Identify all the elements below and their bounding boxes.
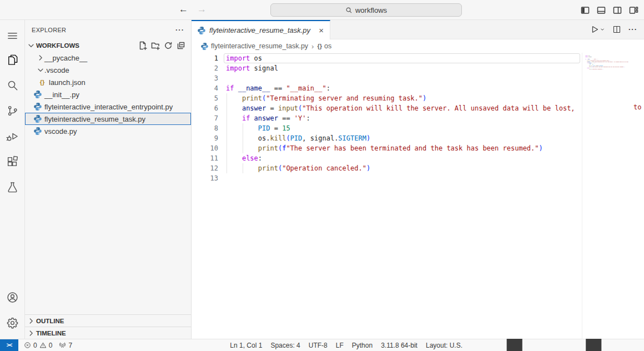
activity-account[interactable] (0, 284, 25, 310)
layout-customize-icon[interactable] (628, 5, 638, 15)
status-keyboard-layout[interactable]: Layout: U.S. (426, 342, 462, 349)
explorer-icon (6, 53, 19, 66)
split-editor-icon[interactable] (612, 25, 621, 34)
tree-item-label: __pycache__ (44, 54, 87, 62)
activity-extensions[interactable] (0, 149, 25, 174)
indent-guide (227, 93, 227, 173)
extensions-icon (6, 156, 19, 168)
chevron-right-icon (27, 329, 35, 337)
sidebar-title: EXPLORER (32, 27, 66, 33)
python-file-icon (33, 90, 42, 99)
tree-item-launch-json[interactable]: {}launch.json (25, 76, 191, 88)
json-braces-icon: {} (38, 78, 47, 87)
layout-panel-icon[interactable] (596, 5, 606, 15)
layout-sidebar-right-icon[interactable] (612, 5, 622, 15)
tree-item-vscode-py[interactable]: vscode.py (25, 125, 191, 137)
symbol-braces-icon: {} (317, 43, 322, 49)
error-icon (24, 342, 31, 349)
status-language-mode[interactable]: Python (352, 342, 373, 349)
chevron-down-icon (600, 27, 605, 32)
tree-item--init-py[interactable]: __init__.py (25, 88, 191, 101)
chevron-down-icon (27, 42, 35, 49)
chevron-right-icon (27, 317, 35, 325)
run-python-file-button[interactable] (590, 25, 605, 34)
line-number: 9 (192, 133, 226, 143)
activity-menu[interactable] (0, 24, 25, 47)
layout-sidebar-left-icon[interactable] (580, 5, 590, 15)
line-number: 4 (192, 83, 226, 93)
new-file-icon[interactable] (138, 41, 147, 50)
activity-search[interactable] (0, 72, 25, 98)
command-center-search[interactable]: workflows (270, 3, 462, 17)
sidebar-more-icon[interactable]: ··· (175, 26, 184, 34)
line-number: 3 (192, 73, 226, 83)
section-workflows-label: WORKFLOWS (36, 42, 79, 49)
testing-icon (6, 181, 19, 194)
tree-item-label: .vscode (44, 66, 69, 74)
breadcrumb-symbol[interactable]: os (324, 42, 331, 50)
search-icon (345, 7, 353, 14)
line-number: 8 (192, 123, 226, 133)
title-bar: ← → workflows (0, 0, 644, 20)
tree-item-label: vscode.py (44, 127, 77, 136)
remote-indicator[interactable]: >< (0, 339, 18, 351)
status-python-interpreter[interactable]: 3.11.8 64-bit (381, 342, 417, 349)
minimap[interactable]: import osimport signalif __name__ == "__… (582, 53, 633, 339)
chevron-down-icon (37, 66, 44, 74)
indent-guide (243, 163, 243, 173)
line-number: 6 (192, 103, 226, 113)
editor-group: flyteinteractive_resume_task.py × ··· fl… (192, 20, 644, 339)
code-editor[interactable]: 12345678910111213 import osimport signal… (192, 53, 644, 339)
activity-settings[interactable] (0, 310, 25, 335)
section-timeline[interactable]: TIMELINE (25, 327, 191, 339)
section-outline[interactable]: OUTLINE (25, 314, 191, 327)
tree-item-label: flyteinteractive_resume_task.py (44, 115, 145, 123)
tree-item--vscode[interactable]: .vscode (25, 64, 191, 76)
tab-label: flyteinteractive_resume_task.py (209, 26, 317, 34)
explorer-sidebar: EXPLORER ··· WORKFLOWS __pycache__.vscod… (25, 20, 192, 339)
activity-bar (0, 20, 25, 339)
minimap-content: import osimport signalif __name__ == "__… (585, 55, 633, 71)
tree-item-label: flyteinteractive_interactive_entrypoint.… (44, 103, 173, 111)
line-number: 7 (192, 113, 226, 123)
status-encoding[interactable]: UTF-8 (309, 342, 328, 349)
nav-forward-icon[interactable]: → (197, 4, 207, 15)
tree-item-flyteinteractive-resume-task-py[interactable]: flyteinteractive_resume_task.py (25, 113, 191, 125)
line-number: 5 (192, 93, 226, 103)
status-eol[interactable]: LF (336, 342, 344, 349)
code-content: import osimport signalif __name__ == "__… (585, 55, 633, 71)
activity-run-debug[interactable] (0, 123, 25, 149)
line-number: 12 (192, 163, 226, 173)
collapse-all-icon[interactable] (177, 41, 185, 50)
refresh-icon[interactable] (164, 41, 173, 50)
python-file-icon (33, 127, 42, 136)
new-folder-icon[interactable] (151, 41, 160, 50)
activity-source-control[interactable] (0, 98, 25, 123)
editor-more-actions-icon[interactable]: ··· (628, 25, 637, 33)
tree-item--pycache-[interactable]: __pycache__ (25, 52, 191, 64)
tree-item-label: __init__.py (44, 91, 79, 99)
status-indentation[interactable]: Spaces: 4 (270, 342, 300, 349)
breadcrumb-file[interactable]: flyteinteractive_resume_task.py (211, 42, 308, 50)
section-outline-label: OUTLINE (36, 318, 64, 324)
nav-back-icon[interactable]: ← (179, 4, 188, 15)
tab-close-icon[interactable]: × (317, 26, 325, 35)
status-cursor-position[interactable]: Ln 1, Col 1 (230, 342, 262, 349)
tree-item-label: launch.json (49, 78, 85, 87)
tab-flyteinteractive-resume-task[interactable]: flyteinteractive_resume_task.py × (192, 20, 330, 39)
line-number-gutter: 12345678910111213 (192, 53, 226, 183)
problems-status[interactable]: 0 0 (24, 342, 52, 349)
python-file-icon (197, 26, 206, 35)
workbench: EXPLORER ··· WORKFLOWS __pycache__.vscod… (0, 20, 644, 339)
section-timeline-label: TIMELINE (36, 330, 66, 337)
file-tree: __pycache__.vscode{}launch.json__init__.… (25, 52, 191, 137)
tree-item-flyteinteractive-interactive-entrypoint-py[interactable]: flyteinteractive_interactive_entrypoint.… (25, 101, 191, 113)
forwarded-ports-status[interactable]: 7 (59, 342, 72, 349)
error-count: 0 (33, 342, 37, 349)
indent-guide (243, 123, 243, 153)
tab-bar: flyteinteractive_resume_task.py × ··· (192, 20, 644, 39)
settings-gear-icon (6, 317, 19, 329)
activity-testing[interactable] (0, 174, 25, 200)
section-workflows[interactable]: WORKFLOWS (25, 39, 191, 52)
activity-explorer[interactable] (0, 47, 25, 72)
